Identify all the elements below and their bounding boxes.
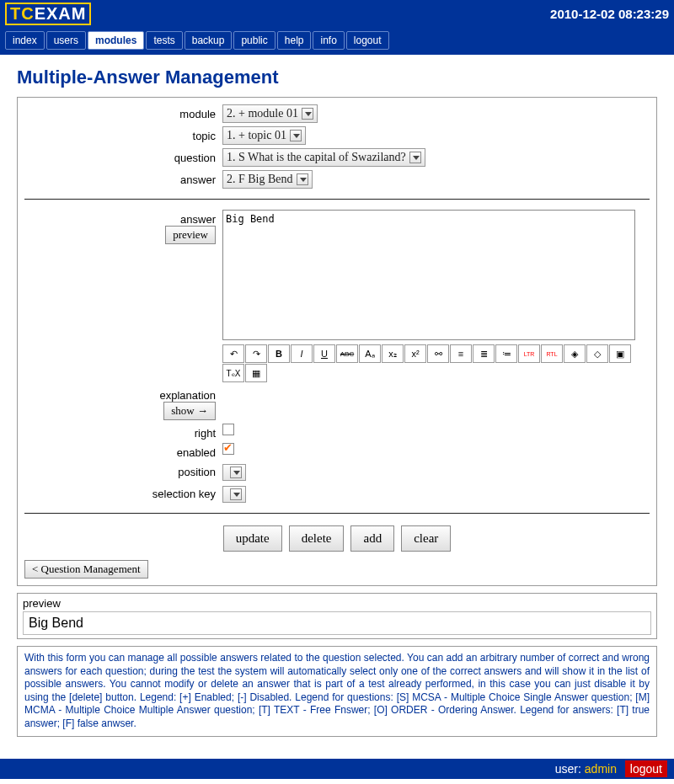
strike-icon[interactable]: ABC (336, 344, 358, 363)
label-selection-key: selection key (24, 484, 222, 500)
back-question-management-button[interactable]: < Question Management (24, 560, 148, 579)
nav-item-backup[interactable]: backup (185, 31, 233, 50)
actions-row: update delete add clear (24, 525, 650, 552)
footer-user-label: user: (555, 762, 581, 776)
redo-icon[interactable]: ↷ (245, 344, 267, 363)
nav-item-index[interactable]: index (5, 31, 45, 50)
right-checkbox[interactable] (222, 424, 234, 435)
label-explanation: explanation show → (24, 386, 222, 420)
bold-icon[interactable]: B (268, 344, 290, 363)
superscript-icon[interactable]: x² (404, 344, 426, 363)
media-icon[interactable]: ▦ (245, 364, 267, 382)
image-icon[interactable]: ▣ (609, 344, 631, 363)
list-ol-icon[interactable]: ≣ (473, 344, 495, 363)
nav-item-info[interactable]: info (313, 31, 344, 50)
separator (24, 199, 650, 200)
chevron-down-icon (297, 173, 308, 185)
label-answer-text: answer preview (24, 210, 222, 244)
preview-box: preview Big Bend (17, 593, 657, 639)
italic-icon[interactable]: I (291, 344, 313, 363)
chevron-down-icon (290, 130, 302, 141)
delete-button[interactable]: delete (289, 525, 345, 552)
module-select[interactable]: 2. + module 01 (222, 104, 318, 123)
label-enabled: enabled (24, 443, 222, 459)
logo-exam: EXAM (35, 4, 87, 23)
label-answer-select: answer (24, 170, 222, 186)
preview-content: Big Bend (23, 611, 651, 635)
separator (24, 513, 650, 514)
chevron-down-icon (409, 152, 421, 163)
update-button[interactable]: update (223, 525, 282, 552)
label-right: right (24, 424, 222, 440)
nav-bar: indexusersmodulestestsbackuppublichelpin… (0, 28, 674, 55)
label-topic: topic (24, 126, 222, 142)
footer-bar: user: admin logout (0, 759, 674, 779)
nav-item-logout[interactable]: logout (346, 31, 389, 50)
answer-textarea[interactable] (222, 210, 635, 340)
link-icon[interactable]: ⚯ (427, 344, 449, 363)
editor-toolbar: ↶↷BIUABCAₐx₂x²⚯≡≣≔LTRRTL◈◇▣TₑX▦ (222, 344, 635, 382)
selection-key-select[interactable] (222, 486, 246, 503)
chevron-down-icon (302, 108, 313, 120)
preview-button[interactable]: preview (165, 226, 216, 244)
logo-tc: TC (10, 4, 35, 23)
ltr-icon[interactable]: LTR (518, 344, 540, 363)
topic-select[interactable]: 1. + topic 01 (222, 126, 306, 145)
show-explanation-button[interactable]: show → (163, 402, 216, 420)
subscript-icon[interactable]: x₂ (382, 344, 404, 363)
rtl-icon[interactable]: RTL (541, 344, 563, 363)
position-select[interactable] (222, 464, 246, 481)
nav-item-tests[interactable]: tests (146, 31, 182, 50)
nav-item-help[interactable]: help (277, 31, 312, 50)
question-select[interactable]: 1. S What is the capital of Swaziland? (222, 148, 425, 167)
answer-select[interactable]: 2. F Big Bend (222, 170, 313, 189)
object-icon[interactable]: ◇ (586, 344, 608, 363)
preview-label: preview (23, 597, 651, 610)
page-title: Multiple-Answer Management (17, 67, 657, 88)
footer-logout-button[interactable]: logout (625, 760, 667, 777)
chevron-down-icon (230, 488, 242, 500)
color-icon[interactable]: ◈ (564, 344, 586, 363)
list-ul-icon[interactable]: ≡ (450, 344, 472, 363)
list-item-icon[interactable]: ≔ (495, 344, 517, 363)
nav-item-users[interactable]: users (46, 31, 86, 50)
chevron-down-icon (230, 467, 242, 478)
footer-user: admin (585, 762, 617, 776)
header-bar: TCEXAM 2010-12-02 08:23:29 (0, 0, 674, 28)
tex-icon[interactable]: TₑX (222, 364, 244, 382)
label-question: question (24, 148, 222, 164)
undo-icon[interactable]: ↶ (222, 344, 244, 363)
logo: TCEXAM (5, 3, 91, 25)
underline-icon[interactable]: U (313, 344, 335, 363)
font-small-icon[interactable]: Aₐ (359, 344, 381, 363)
label-position: position (24, 462, 222, 478)
clear-button[interactable]: clear (401, 525, 451, 552)
add-button[interactable]: add (350, 525, 394, 552)
label-module: module (24, 104, 222, 120)
help-box: With this form you can manage all possib… (17, 646, 657, 737)
timestamp: 2010-12-02 08:23:29 (550, 7, 669, 21)
nav-item-public[interactable]: public (233, 31, 275, 50)
form-box: module 2. + module 01 topic 1. + topic 0… (17, 97, 657, 586)
enabled-checkbox[interactable] (222, 443, 234, 455)
nav-item-modules[interactable]: modules (88, 31, 144, 50)
